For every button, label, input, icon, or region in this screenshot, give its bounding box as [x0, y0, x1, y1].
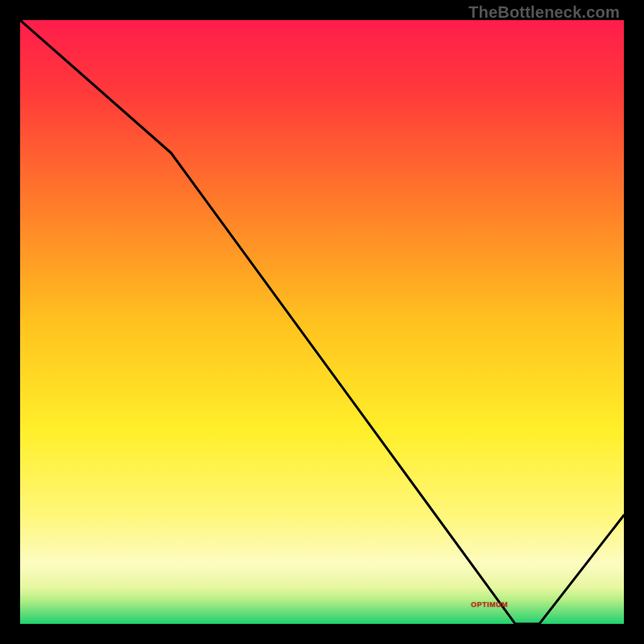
optimum-annotation: OPTIMUM — [471, 601, 508, 609]
watermark-label: TheBottleneck.com — [469, 3, 620, 22]
chart-background — [20, 20, 624, 624]
chart-frame: OPTIMUM — [20, 20, 624, 624]
bottleneck-chart — [20, 20, 624, 624]
